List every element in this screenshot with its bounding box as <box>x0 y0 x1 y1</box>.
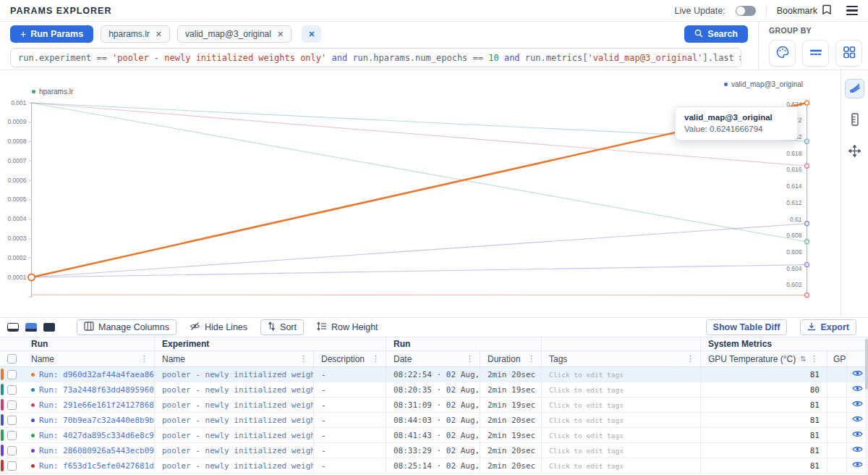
column-menu-icon[interactable]: ⋮ <box>685 354 696 363</box>
table-row[interactable]: Run: d960d32af44a4faea86308bapooler - ne… <box>0 367 868 382</box>
run-line[interactable] <box>32 265 807 277</box>
tags-cell[interactable]: Click to edit tags <box>541 428 700 442</box>
column-header-description[interactable]: Description⋮ <box>313 351 386 366</box>
run-endpoint-marker[interactable] <box>805 240 809 244</box>
close-icon[interactable]: ✕ <box>308 30 315 38</box>
row-height-button[interactable]: Row Height <box>310 319 386 335</box>
eye-icon[interactable] <box>852 384 863 395</box>
hide-lines-button[interactable]: Hide Lines <box>182 319 255 335</box>
tags-cell[interactable]: Click to edit tags <box>541 458 700 473</box>
experiment-cell[interactable]: pooler - newly initialized weights only <box>154 367 313 382</box>
close-icon[interactable]: ✕ <box>156 30 162 38</box>
bookmark-button[interactable]: Bookmark <box>777 4 832 17</box>
maximize-chart-icon[interactable] <box>7 323 19 332</box>
ruler-button[interactable] <box>845 111 864 130</box>
experiment-cell[interactable]: pooler - newly initialized weights only <box>154 458 313 473</box>
column-menu-icon[interactable]: ⋮ <box>809 354 820 363</box>
tags-cell[interactable]: Click to edit tags <box>541 413 700 427</box>
live-update-toggle[interactable] <box>736 6 756 16</box>
tags-cell[interactable]: Click to edit tags <box>541 398 700 412</box>
run-line[interactable] <box>32 103 807 166</box>
eye-icon[interactable] <box>852 400 863 410</box>
run-name-cell[interactable]: Run: 70b9ea7c32a440e8b9b258f0 <box>24 413 154 427</box>
group-by-stroke-button[interactable] <box>802 40 829 67</box>
row-checkbox[interactable] <box>7 400 17 410</box>
column-header-gpu-temperature[interactable]: GPU Temperature (°C)⇅⋮ <box>700 351 827 366</box>
export-button[interactable]: Export <box>800 319 856 335</box>
maximize-table-icon[interactable] <box>43 323 55 332</box>
column-menu-icon[interactable]: ⋮ <box>370 354 381 363</box>
column-header-experiment-name[interactable]: Name⋮ <box>154 351 313 366</box>
table-scrollbar[interactable] <box>865 337 868 475</box>
tags-cell[interactable]: Click to edit tags <box>541 443 700 458</box>
show-table-diff-button[interactable]: Show Table Diff <box>706 319 788 335</box>
table-row[interactable]: Run: 70b9ea7c32a440e8b9b258f0pooler - ne… <box>0 413 868 428</box>
eye-icon[interactable] <box>852 430 863 440</box>
clear-params-button[interactable]: ✕ <box>302 25 321 43</box>
table-row[interactable]: Run: 4027da895c334d6e8c98dafbpooler - ne… <box>0 428 868 443</box>
eye-icon[interactable] <box>852 415 863 425</box>
eye-icon[interactable] <box>852 461 863 471</box>
run-endpoint-marker[interactable] <box>805 164 809 168</box>
run-name-cell[interactable]: Run: d960d32af44a4faea86308ba <box>24 367 154 382</box>
chart-canvas[interactable]: 0.0010.00090.00080.00070.00060.00050.000… <box>0 70 841 318</box>
run-line[interactable] <box>32 295 807 295</box>
sort-button[interactable]: Sort <box>260 319 304 335</box>
search-button[interactable]: Search <box>684 25 748 43</box>
column-header-duration[interactable]: Duration⋮ <box>480 351 541 366</box>
column-menu-icon[interactable]: ⋮ <box>139 354 150 363</box>
run-endpoint-marker[interactable] <box>805 139 809 143</box>
manage-columns-button[interactable]: Manage Columns <box>77 319 176 335</box>
table-row[interactable]: Run: 291e66e161f24127868661d3pooler - ne… <box>0 398 868 413</box>
row-checkbox[interactable] <box>7 461 17 471</box>
menu-icon[interactable] <box>846 6 858 15</box>
param-chip[interactable]: valid_map@3_original✕ <box>177 25 292 43</box>
run-name-cell[interactable]: Run: 291e66e161f24127868661d3 <box>24 398 154 412</box>
column-header-date[interactable]: Date⋮ <box>386 351 480 366</box>
run-name-cell[interactable]: Run: 286080926a5443ecb09c4628 <box>24 443 154 458</box>
row-checkbox[interactable] <box>7 370 17 379</box>
table-row[interactable]: Run: 286080926a5443ecb09c4628pooler - ne… <box>0 443 868 458</box>
column-header-tags[interactable]: Tags⋮ <box>541 351 700 366</box>
run-endpoint-marker[interactable] <box>805 293 809 298</box>
run-name-cell[interactable]: Run: 4027da895c334d6e8c98dafb <box>24 428 154 442</box>
close-icon[interactable]: ✕ <box>277 30 284 38</box>
experiment-cell[interactable]: pooler - newly initialized weights only <box>154 382 313 397</box>
column-menu-icon[interactable]: ⋮ <box>526 354 537 363</box>
table-row[interactable]: Run: 73a2448f63dd48959608843dpooler - ne… <box>0 382 868 398</box>
run-endpoint-marker[interactable] <box>805 222 809 226</box>
group-by-chart-button[interactable] <box>835 40 862 67</box>
split-view-icon[interactable] <box>25 323 37 332</box>
group-by-color-button[interactable] <box>769 40 796 67</box>
run-name-cell[interactable]: Run: 73a2448f63dd48959608843d <box>24 382 154 397</box>
experiment-cell[interactable]: pooler - newly initialized weights only <box>154 413 313 427</box>
run-endpoint-marker[interactable] <box>805 101 809 105</box>
run-params-button[interactable]: + Run Params <box>10 25 93 43</box>
select-all-checkbox[interactable] <box>7 354 17 363</box>
run-active-marker[interactable] <box>28 274 35 281</box>
row-checkbox[interactable] <box>7 431 17 440</box>
run-endpoint-marker[interactable] <box>805 263 809 267</box>
experiment-cell[interactable]: pooler - newly initialized weights only <box>154 428 313 442</box>
curves-mode-button[interactable] <box>845 79 864 98</box>
run-name-cell[interactable]: Run: f653d1c5efe0427681dabf5c <box>24 458 154 473</box>
run-line[interactable] <box>32 103 807 242</box>
tags-cell[interactable]: Click to edit tags <box>541 367 700 382</box>
experiment-cell[interactable]: pooler - newly initialized weights only <box>154 443 313 458</box>
tags-cell[interactable]: Click to edit tags <box>541 382 700 397</box>
run-line[interactable] <box>32 103 807 277</box>
row-checkbox[interactable] <box>7 446 17 455</box>
query-input[interactable]: run.experiment == 'pooler - newly initia… <box>10 48 741 67</box>
eye-icon[interactable] <box>852 445 863 455</box>
row-checkbox[interactable] <box>7 385 17 395</box>
experiment-cell[interactable]: pooler - newly initialized weights only <box>154 398 313 412</box>
table-row[interactable]: Run: f653d1c5efe0427681dabf5cpooler - ne… <box>0 458 868 474</box>
run-line[interactable] <box>32 103 807 141</box>
column-header-name[interactable]: Name⋮ <box>24 351 154 366</box>
column-menu-icon[interactable]: ⋮ <box>464 354 475 363</box>
sort-toggle-icon[interactable]: ⇅ <box>800 355 806 363</box>
move-button[interactable] <box>845 143 864 162</box>
eye-icon[interactable] <box>852 369 863 379</box>
row-checkbox[interactable] <box>7 416 17 425</box>
param-chip[interactable]: hparams.lr✕ <box>101 25 170 43</box>
